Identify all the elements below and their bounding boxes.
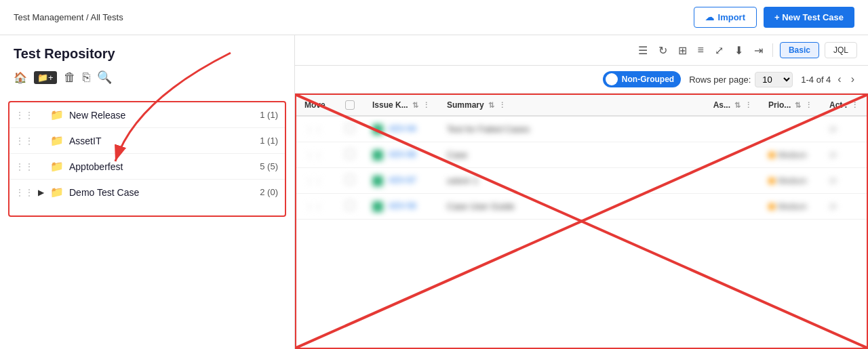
priority-indicator (768, 178, 775, 184)
cell-summary: Case User Guide (439, 194, 705, 220)
list-item[interactable]: ⋮⋮ 📁 Apptoberfest 5 (5) (9, 154, 285, 180)
table-body: ⋮⋮ ADV-94 Test for Failed Cases ⟳ ⋮⋮ (296, 116, 867, 220)
sort-icon[interactable]: ⇅ (795, 101, 801, 110)
col-header-move: Move (296, 95, 337, 116)
copy-icon[interactable]: ⎘ (83, 70, 90, 85)
refresh-icon[interactable]: ↻ (656, 43, 670, 58)
select-all-checkbox[interactable] (345, 100, 355, 110)
top-bar: Test Management / All Tests ☁ Import + N… (0, 0, 868, 35)
priority-indicator (768, 152, 775, 159)
export-icon[interactable]: ⇥ (751, 43, 766, 58)
main-layout: Test Repository 🏠 📁+ 🗑 ⎘ 🔍 ⋮⋮ 📁 New Rele… (0, 35, 868, 349)
issue-link[interactable]: ADV-87 (389, 176, 416, 185)
issue-link[interactable]: ADV-56 (389, 201, 416, 211)
cell-issue: ADV-87 (364, 168, 439, 194)
columns-icon[interactable]: ⊞ (675, 43, 690, 58)
pagination-prev-button[interactable]: ‹ (835, 73, 844, 85)
folder-icon: 📁 (50, 186, 64, 199)
cell-move: ⋮⋮ (296, 168, 337, 194)
table-header: Move Issue K... ⇅ ⋮ (296, 95, 867, 116)
add-folder-icon[interactable]: 📁+ (34, 71, 57, 84)
row-drag-handle[interactable]: ⋮⋮ (304, 150, 323, 161)
pagination-info: 1-4 of 4 ‹ › (801, 73, 857, 85)
folder-name: New Release (69, 110, 260, 121)
col-header-assignee: As... ⇅ ⋮ (705, 95, 760, 116)
col-header-actions: Act . ⋮ (821, 95, 867, 116)
cell-assignee (705, 142, 760, 168)
breadcrumb-part2: All Tests (90, 12, 123, 22)
expand-icon[interactable]: ⤢ (712, 43, 726, 58)
action-menu-icon[interactable]: ⟳ (829, 124, 837, 135)
rows-per-page-select[interactable]: 10 25 50 100 (755, 72, 793, 87)
row-checkbox[interactable] (345, 123, 355, 133)
cell-summary: ustom 1 (439, 168, 705, 194)
issue-link[interactable]: ADV-86 (389, 150, 416, 159)
cell-check (337, 142, 364, 168)
col-header-check (337, 95, 364, 116)
sort-icon[interactable]: ⇅ (734, 101, 741, 110)
download-icon[interactable]: ⬇ (732, 43, 746, 58)
action-menu-icon[interactable]: ⟳ (829, 201, 837, 212)
filter-row: Non-Grouped Rows per page: 10 25 50 100 … (295, 66, 868, 94)
cell-priority: Medium (760, 194, 821, 220)
basic-view-button[interactable]: Basic (780, 42, 819, 58)
breadcrumb-part1: Test Management (14, 12, 83, 22)
issue-type-icon (372, 124, 383, 135)
home-icon[interactable]: 🏠 (14, 71, 27, 84)
issue-type-icon (372, 150, 383, 161)
delete-icon[interactable]: 🗑 (64, 70, 76, 85)
sort-icon[interactable]: ⇅ (412, 101, 418, 110)
new-test-case-button[interactable]: + New Test Case (764, 7, 854, 28)
issue-link[interactable]: ADV-94 (389, 124, 416, 134)
cell-issue: ADV-86 (364, 142, 439, 168)
row-checkbox[interactable] (345, 175, 355, 184)
folder-name: Apptoberfest (69, 161, 260, 172)
cloud-icon: ☁ (705, 12, 714, 22)
search-icon[interactable]: 🔍 (97, 70, 112, 85)
import-button[interactable]: ☁ Import (694, 7, 757, 28)
row-drag-handle[interactable]: ⋮⋮ (304, 124, 323, 135)
chevron-expand-icon[interactable]: ▶ (38, 188, 47, 197)
toolbar-divider (772, 43, 773, 57)
col-options-icon[interactable]: ⋮ (498, 101, 506, 110)
list-icon[interactable]: ≡ (695, 43, 707, 58)
folder-count: 2 (0) (260, 187, 278, 197)
table-row: ⋮⋮ ADV-94 Test for Failed Cases ⟳ (296, 116, 867, 142)
col-options-icon[interactable]: ⋮ (851, 101, 859, 110)
folder-count: 1 (1) (260, 110, 278, 120)
jql-view-button[interactable]: JQL (825, 42, 857, 58)
sort-icon[interactable]: ⇅ (488, 101, 494, 110)
toggle-dot (606, 73, 618, 85)
filter-icon[interactable]: ☰ (635, 43, 650, 58)
list-item[interactable]: ⋮⋮ 📁 AssetIT 1 (1) (9, 128, 285, 154)
cell-check (337, 116, 364, 142)
cell-actions: ⟳ (821, 116, 867, 142)
row-drag-handle[interactable]: ⋮⋮ (304, 176, 323, 186)
pagination-text: 1-4 of 4 (801, 75, 831, 85)
col-options-icon[interactable]: ⋮ (745, 101, 752, 110)
col-options-icon[interactable]: ⋮ (422, 101, 430, 110)
col-options-icon[interactable]: ⋮ (805, 101, 812, 110)
folder-icon: 📁 (50, 160, 64, 173)
pagination-next-button[interactable]: › (848, 73, 857, 85)
row-drag-handle[interactable]: ⋮⋮ (304, 201, 323, 212)
table-row: ⋮⋮ ADV-56 Case User Guide Medium ⟳ (296, 194, 867, 220)
table-header-row: Move Issue K... ⇅ ⋮ (296, 95, 867, 116)
action-menu-icon[interactable]: ⟳ (829, 150, 837, 161)
cell-summary: Case (439, 142, 705, 168)
cell-actions: ⟳ (821, 168, 867, 194)
folder-count: 1 (1) (260, 136, 278, 146)
folder-name: Demo Test Case (69, 187, 260, 198)
import-label: Import (718, 12, 745, 22)
action-menu-icon[interactable]: ⟳ (829, 176, 837, 186)
list-item[interactable]: ⋮⋮ 📁 New Release 1 (1) (9, 102, 285, 128)
row-checkbox[interactable] (345, 149, 355, 159)
row-checkbox[interactable] (345, 201, 355, 210)
rows-per-page-control: Rows per page: 10 25 50 100 (689, 72, 793, 87)
folder-icon: 📁 (50, 108, 64, 121)
cell-priority: Medium (760, 142, 821, 168)
new-test-case-label: + New Test Case (774, 12, 844, 22)
priority-label: Medium (778, 176, 807, 186)
non-grouped-toggle[interactable]: Non-Grouped (603, 71, 681, 87)
list-item[interactable]: ⋮⋮ ▶ 📁 Demo Test Case 2 (0) (9, 180, 285, 205)
